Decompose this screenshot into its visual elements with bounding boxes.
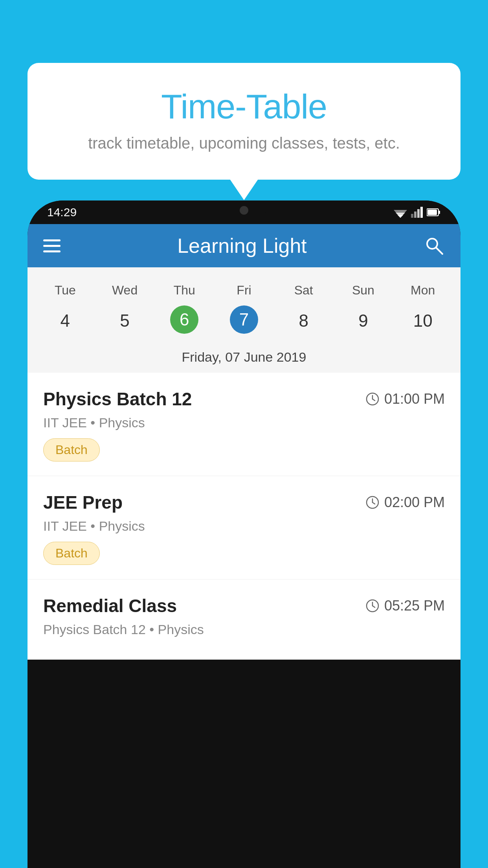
status-time: 14:29: [47, 206, 77, 219]
app-title: Learning Light: [177, 234, 307, 257]
class-item-top-1: Physics Batch 12 01:00 PM: [43, 388, 445, 410]
day-header-sun: Sun: [334, 279, 393, 302]
svg-rect-3: [411, 214, 413, 218]
class-list: Physics Batch 12 01:00 PM IIT JEE • Phys…: [28, 373, 460, 660]
svg-rect-9: [427, 210, 437, 215]
status-icons: [394, 207, 441, 218]
search-icon: [424, 236, 444, 256]
batch-badge-1: Batch: [43, 438, 100, 462]
class-name-1: Physics Batch 12: [43, 388, 192, 410]
class-name-2: JEE Prep: [43, 492, 123, 513]
phone-notch: [220, 200, 268, 220]
class-item-jee-prep[interactable]: JEE Prep 02:00 PM IIT JEE • Physics Batc…: [28, 476, 460, 579]
svg-rect-5: [417, 209, 420, 218]
day-header-tue: Tue: [35, 279, 95, 302]
hamburger-line-1: [43, 239, 61, 241]
svg-line-11: [436, 248, 442, 254]
battery-icon: [427, 208, 441, 217]
tooltip-subtitle: track timetable, upcoming classes, tests…: [51, 134, 437, 152]
svg-line-17: [372, 502, 375, 504]
day-numbers: 4 5 6 7 8 9 10: [28, 305, 460, 344]
class-time-1: 01:00 PM: [365, 391, 445, 407]
date-8[interactable]: 8: [274, 305, 334, 336]
class-item-remedial[interactable]: Remedial Class 05:25 PM Physics Batch 12…: [28, 579, 460, 660]
day-header-thu: Thu: [154, 279, 214, 302]
date-6-today[interactable]: 6: [170, 305, 198, 334]
date-5[interactable]: 5: [95, 305, 155, 336]
tooltip-title: Time-Table: [51, 86, 437, 127]
tooltip-card: Time-Table track timetable, upcoming cla…: [28, 63, 460, 180]
class-meta-2: IIT JEE • Physics: [43, 519, 445, 534]
class-item-top-3: Remedial Class 05:25 PM: [43, 595, 445, 616]
signal-icon: [411, 207, 423, 218]
hamburger-button[interactable]: [43, 239, 61, 252]
class-meta-1: IIT JEE • Physics: [43, 415, 445, 430]
svg-rect-6: [420, 207, 423, 218]
class-meta-3: Physics Batch 12 • Physics: [43, 622, 445, 637]
hamburger-line-2: [43, 245, 61, 247]
clock-icon-3: [365, 599, 380, 613]
day-header-fri: Fri: [214, 279, 274, 302]
class-time-text-3: 05:25 PM: [384, 598, 445, 614]
calendar-section: Tue Wed Thu Fri Sat Sun Mon 4 5 6 7 8 9 …: [28, 267, 460, 373]
svg-rect-8: [438, 211, 440, 214]
clock-icon-2: [365, 495, 380, 509]
svg-marker-2: [398, 215, 403, 218]
svg-line-14: [372, 399, 375, 401]
class-time-2: 02:00 PM: [365, 494, 445, 511]
clock-icon-1: [365, 392, 380, 406]
svg-line-20: [372, 606, 375, 607]
phone-frame: 14:29: [28, 200, 460, 868]
selected-date-label: Friday, 07 June 2019: [28, 344, 460, 373]
class-time-text-1: 01:00 PM: [384, 391, 445, 407]
class-item-top-2: JEE Prep 02:00 PM: [43, 492, 445, 513]
day-headers: Tue Wed Thu Fri Sat Sun Mon: [28, 275, 460, 305]
search-button[interactable]: [424, 235, 445, 256]
day-header-wed: Wed: [95, 279, 155, 302]
app-header: Learning Light: [28, 224, 460, 267]
wifi-icon: [394, 207, 407, 218]
date-4[interactable]: 4: [35, 305, 95, 336]
svg-rect-4: [414, 211, 416, 218]
date-10[interactable]: 10: [393, 305, 453, 336]
date-7-selected[interactable]: 7: [230, 305, 258, 334]
day-header-mon: Mon: [393, 279, 453, 302]
day-header-sat: Sat: [274, 279, 334, 302]
camera-dot: [240, 206, 248, 215]
class-time-3: 05:25 PM: [365, 598, 445, 614]
class-item-physics-batch[interactable]: Physics Batch 12 01:00 PM IIT JEE • Phys…: [28, 373, 460, 476]
batch-badge-2: Batch: [43, 542, 100, 565]
class-name-3: Remedial Class: [43, 595, 177, 616]
hamburger-line-3: [43, 250, 61, 252]
status-bar: 14:29: [28, 200, 460, 224]
class-time-text-2: 02:00 PM: [384, 494, 445, 511]
date-9[interactable]: 9: [334, 305, 393, 336]
